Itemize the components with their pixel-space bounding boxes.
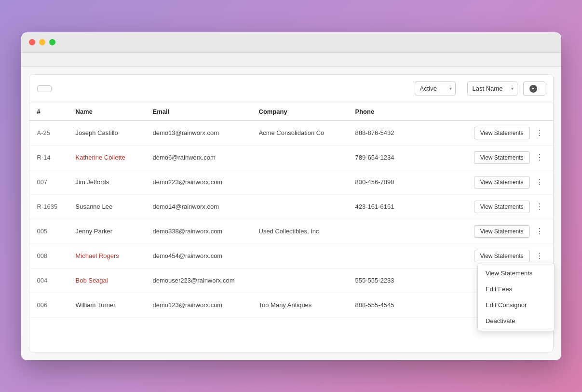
cell-id: 007 — [29, 170, 68, 194]
cell-email: demo223@rainworx.com — [145, 170, 251, 194]
dropdown-item-view-statements[interactable]: View Statements — [478, 265, 554, 281]
cell-phone: 423-161-6161 — [348, 194, 425, 219]
table-row: 008Michael Rogersdemo454@rainworx.comVie… — [29, 243, 553, 268]
cell-name: Jenny Parker — [68, 219, 145, 243]
cell-id: A-25 — [29, 121, 68, 146]
more-options-button[interactable]: ⋮ — [534, 201, 545, 213]
cell-email: demo454@rainworx.com — [145, 243, 251, 268]
cell-company — [251, 145, 348, 170]
cell-name: Joseph Castillo — [68, 121, 145, 146]
context-dropdown-menu: View Statements Edit Fees Edit Consignor… — [477, 263, 555, 331]
cell-company: Too Many Antiques — [251, 293, 348, 317]
cell-name: William Turner — [68, 293, 145, 317]
cell-email: demo14@rainworx.com — [145, 194, 251, 219]
main-panel: Active Inactive All ▾ Last Name First Na… — [29, 74, 554, 352]
more-options-button[interactable]: ⋮ — [534, 152, 545, 163]
more-options-button[interactable]: ⋮ — [534, 127, 545, 139]
actions-group: View Statements⋮ — [433, 176, 545, 189]
actions-group: View Statements⋮ — [433, 250, 545, 262]
cell-phone — [348, 219, 425, 243]
cell-email: demo338@rainworx.com — [145, 219, 251, 243]
more-options-button[interactable]: ⋮ — [534, 176, 545, 188]
col-header-id: # — [29, 103, 68, 121]
filter-plus-icon: + — [529, 85, 537, 93]
table-row: 007Jim Jeffordsdemo223@rainworx.com800-4… — [29, 170, 553, 194]
view-statements-button[interactable]: View Statements — [474, 201, 530, 213]
col-header-actions — [425, 103, 553, 121]
sort-select-wrapper: Last Name First Name Company ID ▾ — [467, 81, 517, 95]
actions-group: View Statements⋮ — [433, 225, 545, 238]
active-select[interactable]: Active Inactive All — [415, 81, 456, 95]
cell-id: 005 — [29, 219, 68, 243]
table-row: 004Bob Seagaldemouser223@rainworx.com555… — [29, 268, 553, 293]
cell-phone: 555-555-2233 — [348, 268, 425, 293]
table-row: 005Jenny Parkerdemo338@rainworx.comUsed … — [29, 219, 553, 243]
cell-company — [251, 243, 348, 268]
col-header-company: Company — [251, 103, 348, 121]
actions-group: View Statements⋮ — [433, 127, 545, 139]
cell-name[interactable]: Michael Rogers — [68, 243, 145, 268]
view-statements-button[interactable]: View Statements — [474, 250, 530, 262]
col-header-phone: Phone — [348, 103, 425, 121]
view-statements-button[interactable]: View Statements — [474, 225, 530, 238]
cell-phone — [348, 243, 425, 268]
title-bar — [21, 32, 561, 53]
consignor-name-link[interactable]: Bob Seagal — [76, 277, 108, 284]
cell-actions: View Statements⋮ — [425, 145, 553, 170]
cell-phone: 888-555-4545 — [348, 293, 425, 317]
cell-company: Used Collectibles, Inc. — [251, 219, 348, 243]
view-statements-button[interactable]: View Statements — [474, 127, 530, 139]
cell-name: Susanne Lee — [68, 194, 145, 219]
consignors-table: # Name Email Company Phone A-25Joseph Ca… — [29, 103, 553, 318]
actions-group: View Statements⋮ — [433, 151, 545, 164]
cell-id: 008 — [29, 243, 68, 268]
consignor-name-link[interactable]: Katherine Collette — [76, 154, 125, 161]
col-header-email: Email — [145, 103, 251, 121]
cell-actions: View Statements⋮ — [425, 219, 553, 243]
consignor-name-link[interactable]: Michael Rogers — [76, 252, 119, 259]
dropdown-item-deactivate[interactable]: Deactivate — [478, 313, 554, 329]
view-statements-button[interactable]: View Statements — [474, 176, 530, 189]
cell-name: Jim Jeffords — [68, 170, 145, 194]
maximize-button[interactable] — [49, 39, 55, 45]
cell-phone: 888-876-5432 — [348, 121, 425, 146]
cell-name[interactable]: Katherine Collette — [68, 145, 145, 170]
cell-actions: View Statements⋮ — [425, 170, 553, 194]
cell-email: demo6@rainworx.com — [145, 145, 251, 170]
cell-company — [251, 268, 348, 293]
dropdown-item-edit-consignor[interactable]: Edit Consignor — [478, 297, 554, 313]
cell-company: Acme Consolidation Co — [251, 121, 348, 146]
cell-email: demouser223@rainworx.com — [145, 268, 251, 293]
actions-group: View Statements⋮ — [433, 201, 545, 213]
col-header-name: Name — [68, 103, 145, 121]
close-button[interactable] — [29, 39, 35, 45]
sort-select[interactable]: Last Name First Name Company ID — [467, 81, 517, 95]
cell-id: 006 — [29, 293, 68, 317]
cell-actions: View Statements⋮ — [425, 121, 553, 146]
view-statements-button[interactable]: View Statements — [474, 151, 530, 164]
toolbar: Active Inactive All ▾ Last Name First Na… — [29, 75, 553, 103]
cell-company — [251, 170, 348, 194]
more-options-button[interactable]: ⋮ — [534, 250, 545, 262]
cell-email: demo123@rainworx.com — [145, 293, 251, 317]
table-row: A-25Joseph Castillodemo13@rainworx.comAc… — [29, 121, 553, 146]
cell-phone: 800-456-7890 — [348, 170, 425, 194]
table-container: # Name Email Company Phone A-25Joseph Ca… — [29, 103, 553, 352]
cell-company — [251, 194, 348, 219]
table-header-row: # Name Email Company Phone — [29, 103, 553, 121]
filter-button[interactable]: + — [523, 81, 545, 96]
table-row: 006William Turnerdemo123@rainworx.comToo… — [29, 293, 553, 317]
cell-name[interactable]: Bob Seagal — [68, 268, 145, 293]
more-options-button[interactable]: ⋮ — [534, 226, 545, 237]
dropdown-item-edit-fees[interactable]: Edit Fees — [478, 281, 554, 297]
cell-id: 004 — [29, 268, 68, 293]
table-row: R-14Katherine Collettedemo6@rainworx.com… — [29, 145, 553, 170]
table-body: A-25Joseph Castillodemo13@rainworx.comAc… — [29, 121, 553, 318]
minimize-button[interactable] — [39, 39, 45, 45]
cell-id: R-14 — [29, 145, 68, 170]
cell-id: R-1635 — [29, 194, 68, 219]
table-row: R-1635Susanne Leedemo14@rainworx.com423-… — [29, 194, 553, 219]
add-consignor-button[interactable] — [37, 85, 52, 92]
breadcrumb-bar — [21, 53, 561, 67]
active-select-wrapper: Active Inactive All ▾ — [415, 81, 456, 95]
